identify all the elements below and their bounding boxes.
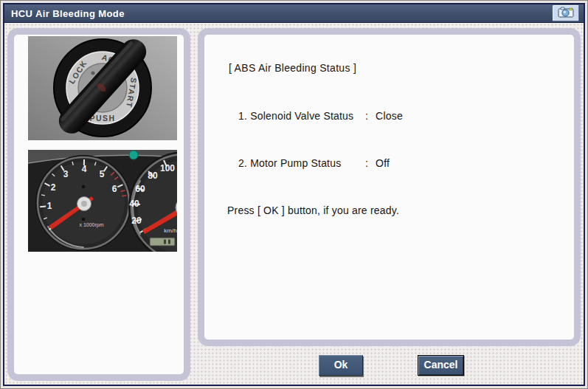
tachometer-gauge: 1 2 3 4 5 6 x 1000rpm [35, 155, 131, 251]
ignition-switch-photo: LOCK ACC START PUSH [28, 36, 177, 140]
svg-text:100: 100 [160, 163, 175, 173]
camera-button[interactable] [553, 5, 579, 21]
status-heading: [ ABS Air Bleeding Status ] [229, 62, 356, 74]
svg-text:5: 5 [100, 169, 105, 179]
speed-unit-label: km/h [164, 227, 176, 234]
tach-unit-label: x 1000rpm [79, 222, 103, 228]
svg-text:60: 60 [135, 184, 145, 194]
cancel-button[interactable]: Cancel [418, 355, 464, 376]
svg-text:1: 1 [47, 201, 52, 211]
title-bar: HCU Air Bleeding Mode [4, 4, 584, 23]
svg-text:6: 6 [112, 184, 117, 194]
status-item-label: 1. Solenoid Valve Status [238, 110, 365, 122]
svg-text:3: 3 [63, 169, 69, 179]
status-item-separator: : [365, 157, 368, 169]
instrument-cluster-photo: 1 2 3 4 5 6 x 1000rpm [28, 150, 177, 252]
ok-button[interactable]: Ok [319, 355, 363, 376]
image-panel: LOCK ACC START PUSH [7, 28, 190, 381]
dialog-frame: HCU Air Bleeding Mode [3, 3, 585, 386]
status-item-separator: : [365, 110, 368, 122]
svg-text:2: 2 [51, 182, 56, 193]
dialog-body: LOCK ACC START PUSH [4, 24, 584, 385]
svg-text:80: 80 [148, 171, 158, 181]
status-item-solenoid: 1. Solenoid Valve Status:Close [238, 110, 403, 122]
odometer-display [150, 238, 175, 246]
svg-text:40: 40 [129, 199, 139, 209]
window-title: HCU Air Bleeding Mode [11, 8, 553, 19]
dialog-window: HCU Air Bleeding Mode [0, 0, 588, 389]
status-item-value: Off [376, 157, 390, 169]
status-item-value: Close [376, 110, 403, 122]
status-panel: [ ABS Air Bleeding Status ] 1. Solenoid … [198, 28, 581, 346]
status-item-label: 2. Motor Pump Status [238, 157, 365, 169]
svg-text:4: 4 [82, 164, 87, 174]
instruction-text: Press [ OK ] button, if you are ready. [227, 204, 399, 216]
status-item-motor-pump: 2. Motor Pump Status:Off [238, 157, 390, 169]
indicator-lamp [129, 151, 138, 159]
camera-icon [558, 7, 574, 21]
svg-text:20: 20 [131, 216, 142, 226]
